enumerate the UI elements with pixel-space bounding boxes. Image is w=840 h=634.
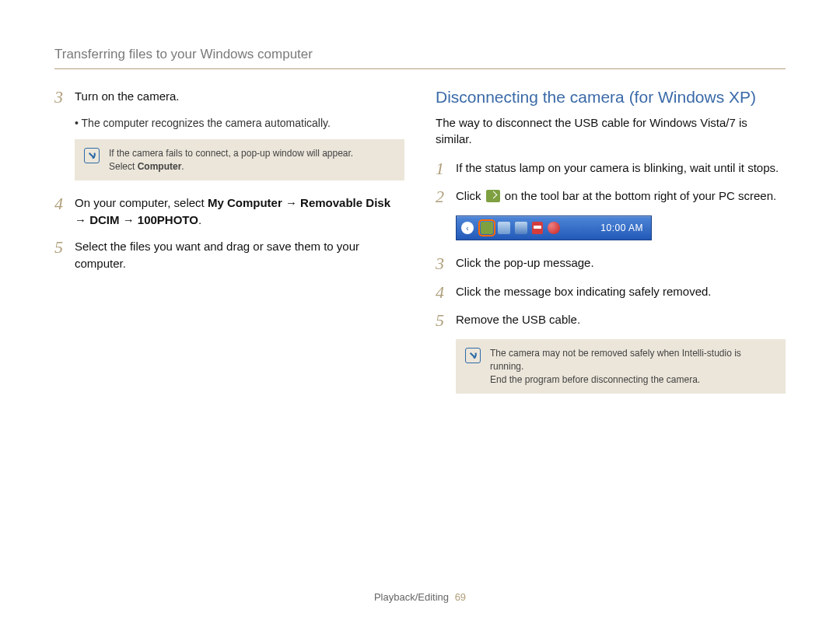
section-subtitle: The way to disconnect the USB cable for … [436,114,786,147]
step-number: 4 [436,283,456,302]
note1-line1: If the camera fails to connect, a pop-up… [109,148,353,159]
step-text: Click on the tool bar at the bottom righ… [456,187,786,205]
section-title: Disconnecting the camera (for Windows XP… [436,88,786,107]
right-step-1: 1 If the status lamp on your camera is b… [436,159,786,178]
footer-section: Playback/Editing [374,591,449,603]
windows-xp-taskbar: ‹ 10:00 AM [456,215,652,240]
step-number: 3 [436,254,456,273]
note-box-2: The camera may not be removed safely whe… [456,339,786,394]
step-number: 4 [54,194,75,213]
note1-line2-bold: Computer [138,161,182,172]
step-number: 5 [54,238,75,257]
right-column: Disconnecting the camera (for Windows XP… [436,88,786,408]
step-text: Remove the USB cable. [456,311,786,328]
left-step-3: 3 Turn on the camera. [54,88,404,107]
volume-tray-icon[interactable] [532,222,543,234]
left-step4-suffix: . [198,213,201,226]
step-number: 5 [436,311,456,330]
right-step2-suffix: on the tool bar at the bottom right of y… [505,189,776,202]
footer: Playback/Editing 69 [0,591,840,603]
note1-line2-suffix: . [181,161,184,172]
right-step-2: 2 Click on the tool bar at the bottom ri… [436,187,786,206]
left-step-5: 5 Select the files you want and drag or … [54,238,404,272]
tray-icon[interactable] [498,222,510,234]
step-text: Click the message box indicating safely … [456,283,786,300]
footer-page-number: 69 [455,591,466,603]
left-step-3-bullet: The computer recognizes the camera autom… [75,116,404,131]
right-step2-prefix: Click [456,189,485,202]
note-icon [84,148,100,163]
page-header: Transferring files to your Windows compu… [54,47,786,69]
right-step-5: 5 Remove the USB cable. [436,311,786,330]
tray-icon[interactable] [515,222,527,234]
note-box-1: If the camera fails to connect, a pop-up… [75,139,404,181]
left-step4-prefix: On your computer, select [75,196,208,209]
step-number: 3 [54,88,75,107]
step-number: 2 [436,187,456,206]
tray-icon[interactable] [548,222,560,234]
note-icon [465,348,481,363]
taskbar-clock: 10:00 AM [600,222,643,233]
note2-line1: The camera may not be removed safely whe… [490,348,741,372]
right-step-4: 4 Click the message box indicating safel… [436,283,786,302]
note-text: If the camera fails to connect, a pop-up… [109,147,395,173]
note1-line2-prefix: Select [109,161,138,172]
step-text: If the status lamp on your camera is bli… [456,159,786,177]
left-step-4: 4 On your computer, select My Computer →… [54,194,404,229]
note2-line2: End the program before disconnecting the… [490,374,700,385]
step-text: On your computer, select My Computer → R… [75,194,404,229]
step-number: 1 [436,159,456,178]
step-text: Click the pop-up message. [456,254,786,271]
safely-remove-hardware-tray-icon[interactable] [481,222,493,234]
step-text: Turn on the camera. [75,88,404,105]
left-column: 3 Turn on the camera. The computer recog… [54,88,404,408]
note-text: The camera may not be removed safely whe… [490,347,776,386]
step-text: Select the files you want and drag or sa… [75,238,404,272]
safely-remove-hardware-icon [486,190,500,202]
right-step-3: 3 Click the pop-up message. [436,254,786,273]
tray-expand-icon[interactable]: ‹ [461,222,474,234]
